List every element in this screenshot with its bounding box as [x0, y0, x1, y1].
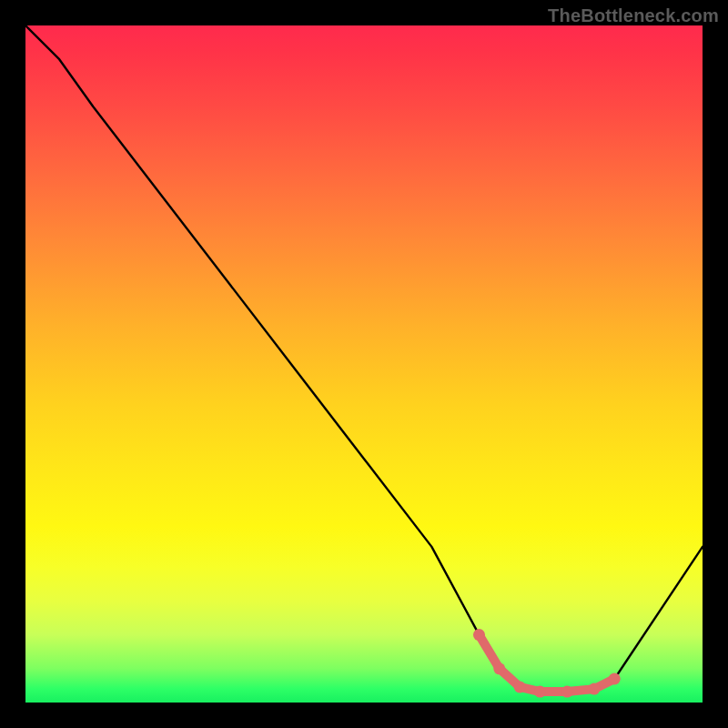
marker-dot: [493, 662, 505, 674]
marker-dot: [534, 686, 546, 698]
watermark-text: TheBottleneck.com: [548, 5, 719, 26]
marker-dot: [561, 686, 573, 698]
chart-svg: [25, 25, 703, 703]
marker-dot: [473, 629, 485, 641]
curve-group: [25, 25, 703, 698]
curve-line: [25, 25, 703, 692]
marker-dot: [609, 672, 621, 684]
marker-dot: [514, 681, 526, 693]
marker-dot: [588, 683, 600, 695]
chart-container: TheBottleneck.com: [0, 0, 728, 728]
plot-area: [25, 25, 703, 703]
